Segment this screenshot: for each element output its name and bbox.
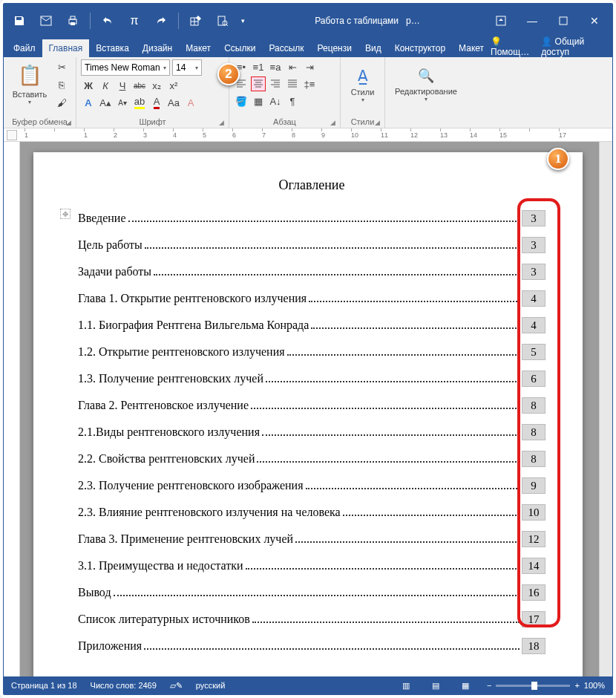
- line-spacing-icon[interactable]: ‡≡: [302, 76, 317, 91]
- italic-button[interactable]: К: [98, 78, 113, 93]
- tab-layout[interactable]: Макет: [179, 39, 217, 57]
- quick-print-icon[interactable]: [60, 10, 85, 32]
- tab-view[interactable]: Вид: [358, 39, 388, 57]
- save-icon[interactable]: [7, 10, 32, 32]
- justify-icon[interactable]: [285, 76, 300, 91]
- read-mode-icon[interactable]: ▥: [398, 679, 414, 692]
- toc-page-number[interactable]: 10: [522, 504, 545, 521]
- ruler-corner[interactable]: [7, 130, 17, 140]
- tab-review[interactable]: Рецензи: [311, 39, 358, 57]
- toc-page-number[interactable]: 3: [522, 264, 545, 280]
- tab-design[interactable]: Дизайн: [136, 39, 179, 57]
- horizontal-ruler[interactable]: 112345678910111213141517: [4, 128, 612, 142]
- toc-entry-text[interactable]: 1.1. Биография Рентгена Вильгельма Конра…: [78, 316, 309, 334]
- editing-button[interactable]: 🔍 Редактирование ▾: [390, 59, 462, 110]
- toc-entry-text[interactable]: 3.1. Преимущества и недостатки: [78, 557, 243, 575]
- toc-entry-text[interactable]: 1.3. Получение рентгеновских лучей: [78, 370, 263, 388]
- paragraph-launcher-icon[interactable]: ◢: [330, 119, 335, 126]
- status-language[interactable]: русский: [196, 681, 225, 690]
- highlight-color-icon[interactable]: ab: [132, 95, 147, 110]
- toc-entry-text[interactable]: Введение: [78, 209, 126, 227]
- qat-customize-icon[interactable]: ▾: [237, 10, 249, 32]
- toc-page-number[interactable]: 6: [522, 371, 545, 387]
- tab-home[interactable]: Главная: [42, 39, 90, 57]
- toc-page-number[interactable]: 18: [522, 638, 545, 654]
- status-page[interactable]: Страница 1 из 18: [11, 681, 77, 690]
- zoom-control[interactable]: − + 100%: [487, 681, 605, 690]
- tell-me[interactable]: 💡 Помощ…: [491, 36, 534, 57]
- multilevel-list-icon[interactable]: ≡a: [268, 59, 283, 74]
- borders-icon[interactable]: ▦: [251, 94, 266, 108]
- grow-font-icon[interactable]: A▴: [98, 95, 113, 110]
- subscript-button[interactable]: x₂: [149, 78, 164, 93]
- minimize-button[interactable]: —: [517, 10, 547, 32]
- close-button[interactable]: ✕: [580, 10, 609, 32]
- shrink-font-icon[interactable]: A▾: [115, 95, 130, 110]
- copy-icon[interactable]: ⎘: [54, 77, 69, 92]
- toc-page-number[interactable]: 3: [522, 210, 545, 226]
- change-case-icon[interactable]: Aa: [166, 95, 181, 110]
- toc-page-number[interactable]: 8: [522, 451, 545, 467]
- zoom-out-icon[interactable]: −: [487, 681, 491, 690]
- toc-entry-text[interactable]: 2.3. Получение рентгеновского изображени…: [78, 477, 304, 495]
- clear-formatting-icon[interactable]: A: [183, 95, 198, 110]
- vertical-scrollbar[interactable]: [599, 142, 612, 676]
- ribbon-options-icon[interactable]: [486, 10, 516, 32]
- cut-icon[interactable]: ✂: [54, 59, 69, 74]
- increase-indent-icon[interactable]: ⇥: [302, 59, 317, 74]
- decrease-indent-icon[interactable]: ⇤: [285, 59, 300, 74]
- text-effects-icon[interactable]: A: [81, 95, 96, 110]
- toc-entry-text[interactable]: Приложения: [78, 637, 142, 655]
- toc-page-number[interactable]: 8: [522, 397, 545, 414]
- superscript-button[interactable]: x²: [166, 78, 181, 93]
- tab-table-layout[interactable]: Макет: [452, 39, 491, 57]
- toc-page-number[interactable]: 17: [522, 611, 545, 627]
- tab-insert[interactable]: Вставка: [89, 39, 136, 57]
- tab-references[interactable]: Ссылки: [217, 39, 262, 57]
- font-launcher-icon[interactable]: ◢: [219, 119, 224, 126]
- sort-icon[interactable]: A↓: [268, 94, 283, 108]
- toc-entry-text[interactable]: Глава 2. Рентгеновское излучение: [78, 397, 249, 414]
- tab-mailings[interactable]: Рассылк: [262, 39, 310, 57]
- document-area[interactable]: 1 Оглавление ✥ Введение3 Цель работы3Зад…: [20, 142, 599, 676]
- numbering-icon[interactable]: ≡1: [251, 59, 266, 74]
- bold-button[interactable]: Ж: [81, 78, 96, 93]
- font-name-selector[interactable]: Times New Roman▾: [81, 59, 170, 76]
- table-anchor-icon[interactable]: ✥: [60, 209, 71, 219]
- toc-entry-text[interactable]: Глава 1. Открытие рентгеновского излучен…: [78, 290, 307, 307]
- shading-icon[interactable]: 🪣: [234, 94, 249, 108]
- toc-page-number[interactable]: 3: [522, 237, 545, 253]
- status-word-count[interactable]: Число слов: 2469: [91, 681, 157, 690]
- draw-table-icon[interactable]: [183, 10, 209, 32]
- share-button[interactable]: 👤 Общий доступ: [541, 36, 602, 57]
- show-marks-icon[interactable]: ¶: [285, 94, 300, 108]
- paste-button[interactable]: 📋 Вставить ▾: [8, 59, 51, 110]
- email-icon[interactable]: [33, 10, 59, 32]
- zoom-level[interactable]: 100%: [584, 681, 605, 690]
- clipboard-launcher-icon[interactable]: ◢: [66, 119, 71, 126]
- status-spellcheck-icon[interactable]: ▱✎: [170, 681, 183, 691]
- toc-page-number[interactable]: 4: [522, 317, 545, 333]
- align-right-icon[interactable]: [268, 76, 283, 91]
- tab-table-design[interactable]: Конструктор: [388, 39, 452, 57]
- toc-page-number[interactable]: 5: [522, 344, 545, 360]
- toc-entry-text[interactable]: 2.3. Влияние рентгеновского излучения на…: [78, 503, 341, 521]
- styles-launcher-icon[interactable]: ◢: [375, 119, 380, 126]
- toc-page-number[interactable]: 9: [522, 477, 545, 494]
- toc-page-number[interactable]: 16: [522, 584, 545, 601]
- font-size-selector[interactable]: 14▾: [172, 59, 202, 76]
- redo-icon[interactable]: [148, 10, 174, 32]
- toc-page-number[interactable]: 14: [522, 558, 545, 574]
- toc-entry-text[interactable]: 2.1.Виды рентгеновского излучения: [78, 423, 260, 441]
- web-layout-icon[interactable]: ▦: [457, 679, 474, 692]
- toc-entry-text[interactable]: Вывод: [78, 584, 111, 601]
- toc-entry-text[interactable]: 1.2. Открытие рентгеновского излучения: [78, 343, 285, 361]
- toc-entry-text[interactable]: Цель работы: [78, 236, 142, 254]
- toc-entry-text[interactable]: Список литературных источников: [78, 610, 250, 628]
- font-color-icon[interactable]: A: [149, 95, 164, 110]
- tab-file[interactable]: Файл: [7, 39, 42, 57]
- styles-button[interactable]: A̲ Стили ▾: [345, 59, 380, 110]
- toc-entry-text[interactable]: Задачи работы: [78, 263, 151, 281]
- toc-entry-text[interactable]: Глава 3. Применение рентгеновских лучей: [78, 530, 293, 548]
- toc-page-number[interactable]: 12: [522, 531, 545, 547]
